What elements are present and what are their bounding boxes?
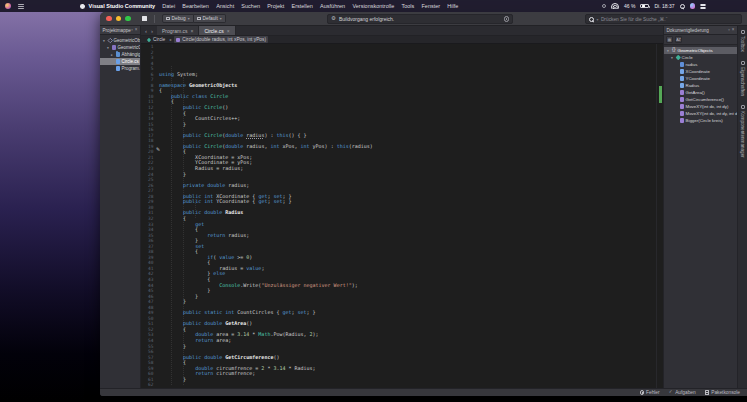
menu-ansicht[interactable]: Ansicht: [213, 3, 238, 9]
editor-scrollbar[interactable]: [656, 44, 663, 388]
close-tab-icon[interactable]: ×: [191, 28, 194, 34]
expander-icon[interactable]: ▾: [670, 56, 674, 60]
expander-icon[interactable]: ▸: [110, 53, 114, 57]
csfile-icon: [116, 59, 121, 64]
menu-fenster[interactable]: Fenster: [418, 3, 444, 9]
solution-tree-item[interactable]: Circle.cs: [100, 58, 140, 65]
dock-pad-icon[interactable]: ▫: [131, 28, 133, 33]
outline-item[interactable]: Bigger(Circle kreis): [664, 117, 737, 124]
statusbar-aufgaben-button[interactable]: ✓Aufgaben: [669, 390, 696, 395]
outline-item[interactable]: YCoordinate: [664, 75, 737, 82]
menu-hilfe[interactable]: Hilfe: [444, 3, 462, 9]
battery-icon[interactable]: [640, 4, 649, 9]
menu-erstellen[interactable]: Erstellen: [288, 3, 317, 9]
menubar-clock[interactable]: Di. 18:37: [654, 3, 674, 9]
search-placeholder: Drücken Sie für die Suche „⌘.“: [601, 17, 667, 22]
global-search-field[interactable]: ▾ Drücken Sie für die Suche „⌘.“: [585, 14, 742, 24]
menubar-list-icon[interactable]: [18, 4, 24, 9]
outline-item[interactable]: XCoordinate: [664, 68, 737, 75]
side-tab-komponentenmanager[interactable]: Komponentenmanager: [740, 105, 745, 158]
class-icon: [675, 55, 680, 60]
search-icon: [589, 17, 594, 22]
menu-bearbeiten[interactable]: Bearbeiten: [179, 3, 213, 9]
wifi-icon[interactable]: [611, 3, 619, 9]
navigate-back-icon[interactable]: ‹: [145, 28, 147, 34]
project-icon: [112, 45, 117, 50]
close-pad-icon[interactable]: ×: [732, 28, 735, 33]
outline-item[interactable]: Radius: [664, 82, 737, 89]
menu-suchen[interactable]: Suchen: [238, 3, 264, 9]
minimize-window-button[interactable]: [116, 16, 122, 22]
close-tab-icon[interactable]: ×: [227, 28, 230, 34]
status-progress-icon[interactable]: [504, 16, 510, 22]
zoom-window-button[interactable]: [125, 16, 131, 22]
menu-projekt[interactable]: Projekt: [264, 3, 288, 9]
outline-item-label: radius: [686, 62, 698, 67]
menu-versionskontrolle[interactable]: Versionskontrolle: [349, 3, 398, 9]
solution-pad: Projektmappe ▫ × ▾GeometricObjectsSoluti…: [100, 26, 141, 388]
menu-tools[interactable]: Tools: [398, 3, 418, 9]
expander-icon[interactable]: ▾: [666, 49, 670, 53]
solution-tree-item[interactable]: ▸Abhängigkeiten: [100, 51, 140, 58]
menu-visual-studio-community[interactable]: Visual Studio Community: [85, 3, 159, 9]
tab-program-cs[interactable]: Program.cs×: [157, 26, 199, 35]
side-tab-label: Komponentenmanager: [740, 111, 745, 158]
editor-tab-bar: ‹ › Program.cs×Circle.cs×: [141, 26, 663, 36]
outline-item[interactable]: MoveXY(int dx, int dy): [664, 103, 737, 110]
stop-button[interactable]: [142, 16, 147, 21]
indent-guide: [183, 77, 184, 385]
outline-item[interactable]: radius: [664, 61, 737, 68]
solution-tree-item[interactable]: ▾GeometricObjects: [100, 44, 140, 51]
navigate-forward-icon[interactable]: ›: [151, 28, 153, 34]
outline-item[interactable]: GetArea(): [664, 89, 737, 96]
menu-datei[interactable]: Datei: [159, 3, 179, 9]
breadcrumb-item[interactable]: Circle: [145, 36, 167, 43]
control-center-icon[interactable]: [700, 4, 706, 9]
solution-tree-item[interactable]: Program.cs: [100, 65, 140, 72]
menu-items: Visual Studio CommunityDateiBearbeitenAn…: [85, 3, 462, 9]
side-tab-toolbox[interactable]: Toolbox: [740, 30, 745, 52]
spotlight-search-icon[interactable]: [680, 4, 685, 9]
statusbar-paketkonsole-button[interactable]: Paketkonsole: [705, 390, 740, 395]
close-pad-icon[interactable]: ×: [135, 28, 138, 33]
outline-toolbar: ▤ AZ: [664, 35, 737, 45]
code-content[interactable]: using System;namespace GeometricObjects{…: [156, 44, 656, 388]
expander-icon[interactable]: ▾: [102, 39, 106, 43]
outline-pad-title: Dokumentgliederung: [667, 28, 709, 33]
solution-tree-item[interactable]: ▾GeometricObjectsSolution: [100, 37, 140, 44]
apple-menu-icon[interactable]: [80, 3, 85, 9]
method-icon: [176, 38, 180, 42]
statusbar-fehler-button[interactable]: Fehler: [640, 390, 660, 395]
expander-icon[interactable]: ▾: [106, 46, 110, 50]
target-device-icon: [197, 17, 201, 21]
status-extra-icon[interactable]: [602, 4, 606, 8]
chevron-down-icon: ▾: [597, 17, 599, 22]
outline-group-icon[interactable]: ▤: [666, 36, 673, 43]
statusbar-label: Aufgaben: [675, 390, 696, 395]
build-gear-icon: ⚙: [331, 16, 336, 22]
outline-item[interactable]: MoveXY(int dx, int dy, int dR: [664, 110, 737, 117]
menu-ausführen[interactable]: Ausführen: [317, 3, 349, 9]
menubar-app-icon[interactable]: [5, 3, 11, 9]
breadcrumb-arrow-icon: ▸: [170, 37, 172, 42]
code-editor[interactable]: 1234567891011121314151617181920212223242…: [141, 44, 663, 388]
dock-pad-icon[interactable]: ▫: [728, 28, 730, 33]
breadcrumb-item[interactable]: Circle(double radius, int xPos, int yPos…: [174, 36, 268, 43]
close-window-button[interactable]: [106, 16, 112, 22]
outline-item-label: GeometricObjects: [678, 48, 713, 53]
saved-change-marker: [659, 86, 662, 103]
solution-tree-item-label: GeometricObjects: [118, 45, 141, 50]
outline-item-label: XCoordinate: [686, 69, 710, 74]
outline-item[interactable]: ▾{}GeometricObjects: [664, 47, 737, 54]
property-icon: [680, 76, 685, 81]
outline-item-label: Radius: [686, 83, 700, 88]
outline-item[interactable]: GetCircumference(): [664, 96, 737, 103]
tab-label: Program.cs: [162, 28, 188, 34]
outline-item[interactable]: ▾Circle: [664, 54, 737, 61]
tab-circle-cs[interactable]: Circle.cs×: [199, 26, 235, 35]
siri-icon[interactable]: [690, 3, 696, 9]
run-target-dropdown[interactable]: Default ▾: [194, 14, 226, 24]
side-tab-eigenschaften[interactable]: Eigenschaften: [740, 61, 745, 96]
run-config-dropdown[interactable]: Debug ▾: [162, 14, 194, 24]
outline-sort-icon[interactable]: AZ: [675, 36, 682, 43]
